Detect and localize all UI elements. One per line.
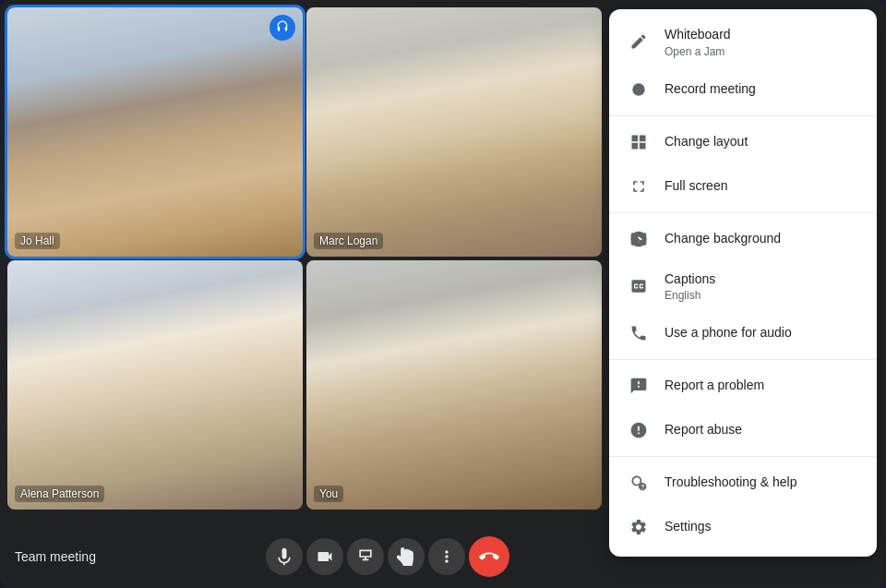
menu-text-fullscreen: Full screen (664, 177, 727, 196)
divider-4 (609, 456, 877, 457)
menu-label-layout: Change layout (664, 133, 748, 151)
pencil-icon (628, 30, 650, 53)
more-options-button[interactable] (428, 538, 465, 575)
video-feed-2 (306, 7, 602, 257)
layout-icon (628, 131, 650, 153)
menu-label-settings: Settings (664, 518, 712, 536)
divider-1 (609, 115, 877, 116)
menu-label-record: Record meeting (664, 80, 756, 99)
context-menu: Whiteboard Open a Jam Record meeting Cha… (609, 9, 877, 557)
video-tile-alena: Alena Patterson (7, 260, 303, 510)
mic-button[interactable] (266, 538, 303, 575)
menu-text-phone-audio: Use a phone for audio (664, 324, 792, 342)
menu-label-phone-audio: Use a phone for audio (664, 324, 792, 342)
meeting-container: Jo Hall Marc Logan Alena Patterson You T… (0, 0, 886, 588)
menu-text-report-abuse: Report abuse (664, 421, 742, 439)
camera-icon (316, 547, 334, 566)
menu-item-report-abuse[interactable]: Report abuse (609, 408, 877, 452)
mic-icon (275, 547, 293, 566)
participant-name-1: Jo Hall (15, 233, 60, 249)
background-icon (628, 228, 650, 250)
speaking-indicator-1 (269, 15, 295, 41)
settings-icon (628, 516, 650, 538)
video-feed-1 (7, 7, 303, 257)
menu-text-settings: Settings (664, 518, 712, 536)
captions-icon (628, 275, 650, 297)
menu-sublabel-captions: English (664, 289, 715, 302)
report-abuse-icon (628, 419, 650, 441)
hand-icon (397, 547, 415, 566)
participant-name-4: You (314, 486, 343, 502)
record-icon (628, 78, 650, 101)
menu-item-report-problem[interactable]: Report a problem (609, 364, 877, 408)
video-feed-4 (306, 260, 602, 510)
svg-text:?: ? (641, 484, 644, 490)
participant-name-3: Alena Patterson (15, 486, 104, 502)
video-feed-3 (7, 260, 303, 510)
video-tile-marc: Marc Logan (306, 7, 602, 257)
video-tile-jo-hall: Jo Hall (7, 7, 303, 257)
menu-item-phone-audio[interactable]: Use a phone for audio (609, 311, 877, 355)
menu-label-troubleshooting: Troubleshooting & help (664, 474, 796, 492)
divider-3 (609, 359, 877, 360)
menu-label-captions: Captions (664, 270, 715, 289)
report-problem-icon (628, 375, 650, 397)
end-call-button[interactable] (469, 536, 509, 577)
present-icon (356, 547, 375, 566)
audio-wave-icon (276, 20, 289, 36)
menu-item-captions[interactable]: Captions English (609, 261, 877, 312)
menu-item-record[interactable]: Record meeting (609, 67, 877, 112)
end-call-icon (479, 546, 499, 567)
participant-name-2: Marc Logan (314, 233, 383, 249)
menu-item-layout[interactable]: Change layout (609, 120, 877, 164)
present-button[interactable] (347, 538, 384, 575)
menu-label-whiteboard: Whiteboard (664, 26, 731, 44)
menu-label-background: Change background (664, 230, 781, 248)
bottom-bar: Team meeting (0, 525, 609, 588)
svg-point-0 (632, 83, 644, 95)
menu-label-report-problem: Report a problem (664, 377, 764, 395)
more-vert-icon (437, 547, 456, 566)
menu-item-settings[interactable]: Settings (609, 505, 877, 549)
phone-audio-icon (628, 322, 650, 344)
menu-text-whiteboard: Whiteboard Open a Jam (664, 26, 731, 58)
camera-button[interactable] (306, 538, 343, 575)
controls-bar (266, 536, 509, 577)
menu-text-record: Record meeting (664, 80, 756, 99)
divider-2 (609, 212, 877, 213)
menu-sublabel-whiteboard: Open a Jam (664, 45, 731, 58)
menu-text-troubleshooting: Troubleshooting & help (664, 474, 796, 492)
video-tile-you: You (306, 260, 602, 510)
raise-hand-button[interactable] (388, 538, 425, 575)
menu-text-background: Change background (664, 230, 781, 248)
fullscreen-icon (628, 175, 650, 198)
menu-item-troubleshooting[interactable]: ? Troubleshooting & help (609, 461, 877, 505)
menu-text-captions: Captions English (664, 270, 715, 303)
menu-text-layout: Change layout (664, 133, 748, 151)
menu-item-background[interactable]: Change background (609, 217, 877, 261)
menu-label-fullscreen: Full screen (664, 177, 727, 196)
menu-item-whiteboard[interactable]: Whiteboard Open a Jam (609, 17, 877, 67)
meeting-title: Team meeting (15, 549, 96, 564)
menu-item-fullscreen[interactable]: Full screen (609, 164, 877, 209)
menu-text-report-problem: Report a problem (664, 377, 764, 395)
video-grid: Jo Hall Marc Logan Alena Patterson You (0, 0, 609, 517)
help-icon: ? (628, 472, 650, 494)
menu-label-report-abuse: Report abuse (664, 421, 742, 439)
